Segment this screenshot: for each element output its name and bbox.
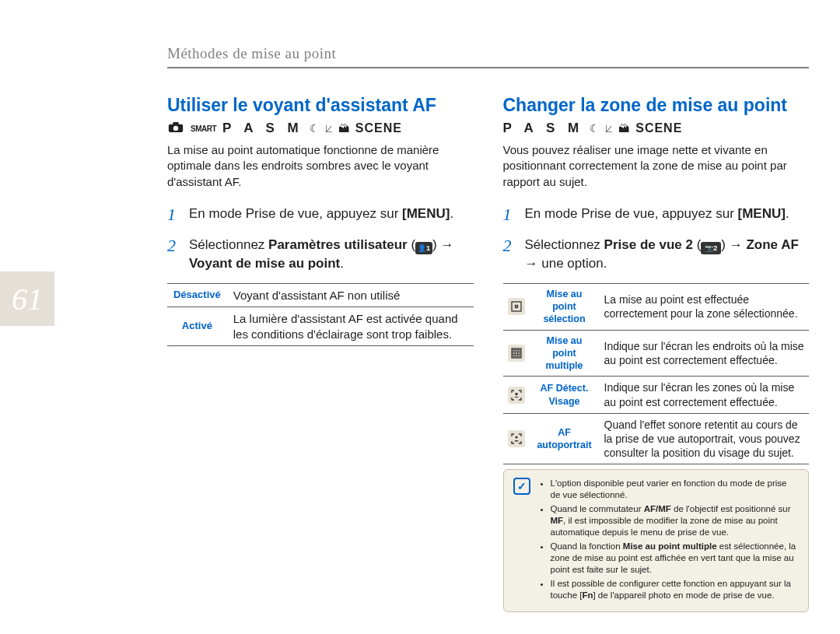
header-rule (167, 67, 809, 68)
note-box: ✓ L'option disponible peut varier en fon… (503, 469, 810, 611)
camera-icon (167, 121, 184, 136)
note-item: Quand la fonction Mise au point multiple… (551, 541, 800, 576)
row-icon (503, 413, 530, 464)
left-column: Utiliser le voyant d'assistant AF SMART … (167, 95, 474, 612)
mode-icons-right: P A S M ☾ ⟀ 🏔 SCENE (503, 121, 810, 136)
section-title-left: Utiliser le voyant d'assistant AF (167, 95, 474, 116)
intro-left: La mise au point automatique fonctionne … (167, 142, 474, 190)
face-detect-icon (508, 387, 525, 404)
step-number: 2 (167, 233, 181, 274)
option-desc: Voyant d'assistant AF non utilisé (227, 283, 474, 307)
svg-rect-10 (518, 349, 520, 352)
svg-rect-8 (513, 349, 515, 352)
step-number: 1 (167, 202, 181, 227)
option-desc: Indique sur l'écran les zones où la mise… (600, 377, 810, 413)
svg-point-2 (173, 125, 178, 130)
svg-rect-11 (513, 352, 515, 355)
step-text: Sélectionnez Paramètres utilisateur (👤1)… (189, 233, 474, 274)
option-desc: La mise au point est effectuée correctem… (600, 283, 810, 330)
step-text: En mode Prise de vue, appuyez sur [MENU]… (525, 202, 810, 227)
af-assist-table: Désactivé Voyant d'assistant AF non util… (167, 283, 474, 347)
row-icon (503, 283, 530, 330)
selection-af-icon (508, 298, 525, 315)
pasm-label: P A S M (222, 121, 303, 136)
table-row: Mise au point multiple Indique sur l'écr… (503, 330, 810, 377)
row-icon (503, 330, 530, 377)
option-label: Désactivé (167, 283, 227, 307)
step-number: 1 (503, 202, 517, 227)
pasm-label: P A S M (503, 121, 584, 136)
table-row: Mise au point sélection La mise au point… (503, 283, 810, 330)
svg-rect-14 (513, 355, 515, 357)
option-label: Activé (167, 307, 227, 346)
moon-icon: ☾ (590, 122, 600, 135)
moon-icon: ☾ (310, 122, 320, 135)
self-portrait-icon (508, 430, 525, 447)
step-number: 2 (503, 233, 517, 274)
page-number-block: 61 (0, 271, 54, 326)
svg-rect-15 (515, 355, 517, 357)
option-label: AF Détect. Visage (530, 377, 600, 413)
smart-label: SMART (191, 124, 216, 133)
multi-af-icon (508, 345, 525, 362)
note-list: L'option disponible peut varier en fonct… (538, 478, 800, 603)
row-icon (503, 377, 530, 413)
step-text: Sélectionnez Prise de vue 2 (📷2) → Zone … (525, 233, 810, 274)
camera-2-icon: 📷2 (701, 242, 721, 254)
body-icon: ⟀ (606, 122, 612, 135)
section-title-right: Changer la zone de mise au point (503, 95, 810, 116)
option-desc: La lumière d'assistant AF est activée qu… (227, 307, 474, 346)
af-zone-table: Mise au point sélection La mise au point… (503, 283, 810, 464)
steps-right: 1 En mode Prise de vue, appuyez sur [MEN… (503, 202, 810, 274)
step-item: 1 En mode Prise de vue, appuyez sur [MEN… (167, 202, 474, 227)
body-icon: ⟀ (326, 122, 332, 135)
svg-rect-9 (515, 349, 517, 352)
steps-left: 1 En mode Prise de vue, appuyez sur [MEN… (167, 202, 474, 274)
mode-icons-left: SMART P A S M ☾ ⟀ 🏔 SCENE (167, 121, 474, 136)
step-item: 1 En mode Prise de vue, appuyez sur [MEN… (503, 202, 810, 227)
scene-label: SCENE (635, 121, 682, 135)
mountain-icon: 🏔 (338, 122, 349, 135)
table-row: Activé La lumière d'assistant AF est act… (167, 307, 474, 346)
table-row: Désactivé Voyant d'assistant AF non util… (167, 283, 474, 307)
svg-rect-1 (173, 122, 178, 125)
scene-label: SCENE (355, 121, 402, 135)
manual-page: 61 Méthodes de mise au point Utiliser le… (0, 0, 840, 634)
table-row: AF Détect. Visage Indique sur l'écran le… (503, 377, 810, 413)
table-row: AF autoportrait Quand l'effet sonore ret… (503, 413, 810, 464)
option-desc: Indique sur l'écran les endroits où la m… (600, 330, 810, 377)
header: Méthodes de mise au point (167, 45, 809, 62)
mountain-icon: 🏔 (618, 122, 629, 135)
note-item: Il est possible de configurer cette fonc… (551, 578, 800, 601)
step-item: 2 Sélectionnez Prise de vue 2 (📷2) → Zon… (503, 233, 810, 274)
note-icon: ✓ (513, 478, 530, 495)
option-label: Mise au point multiple (530, 330, 600, 377)
note-item: Quand le commutateur AF/MF de l'objectif… (551, 503, 800, 538)
step-item: 2 Sélectionnez Paramètres utilisateur (👤… (167, 233, 474, 274)
svg-rect-13 (518, 352, 520, 355)
option-desc: Quand l'effet sonore retentit au cours d… (600, 413, 810, 464)
option-label: AF autoportrait (530, 413, 600, 464)
note-item: L'option disponible peut varier en fonct… (551, 478, 800, 501)
svg-rect-12 (515, 352, 517, 355)
user-params-icon: 👤1 (415, 242, 432, 254)
svg-point-18 (515, 436, 517, 438)
page-number: 61 (12, 281, 43, 317)
svg-rect-16 (518, 355, 520, 357)
option-label: Mise au point sélection (530, 283, 600, 330)
page-title: Méthodes de mise au point (167, 45, 809, 62)
step-text: En mode Prise de vue, appuyez sur [MENU]… (189, 202, 474, 227)
right-column: Changer la zone de mise au point P A S M… (503, 95, 810, 612)
intro-right: Vous pouvez réaliser une image nette et … (503, 142, 810, 190)
svg-point-17 (515, 392, 517, 394)
